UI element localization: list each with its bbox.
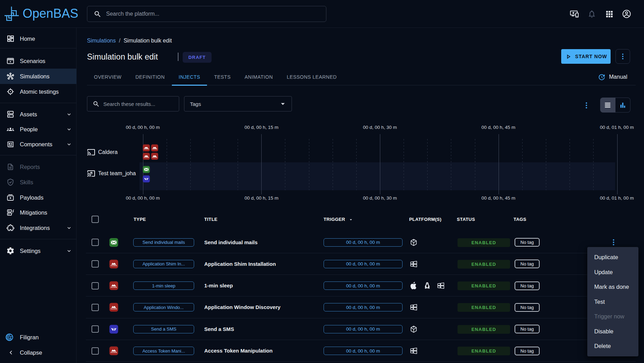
kebab-icon (619, 53, 627, 60)
inject-title[interactable]: Send a SMS (204, 318, 234, 340)
table-row[interactable]: 1-min sleep 1-min sleep 00 d, 00 h, 00 m… (86, 275, 636, 296)
timeline-inject-caldera[interactable] (151, 144, 158, 152)
inject-title[interactable]: Application Shim Installation (204, 253, 276, 275)
sidebar-item-label: Settings (20, 248, 41, 254)
menu-item-test[interactable]: Test (587, 294, 638, 309)
internal-platform-icon (410, 238, 418, 247)
important-devices-button[interactable] (570, 9, 579, 19)
inject-type-chip: Send individual mails (133, 238, 194, 247)
row-checkbox[interactable] (92, 239, 99, 246)
inject-title[interactable]: 1-min sleep (204, 275, 233, 296)
openbas-logo[interactable]: OpenBAS (3, 5, 78, 22)
timeline-lane-team: Test team_joha (87, 169, 139, 178)
tags-filter-label: Tags (190, 101, 278, 107)
status-badge: ENABLED (458, 260, 510, 269)
start-now-button[interactable]: START NOW (561, 49, 611, 64)
row-checkbox[interactable] (92, 282, 99, 289)
tab-injects[interactable]: INJECTS (172, 69, 207, 85)
sidebar-item-scenarios[interactable]: Scenarios (0, 53, 77, 69)
sidebar-brand-label: Filigran (20, 334, 39, 341)
tag-chip: No tag (515, 281, 540, 290)
trigger-chip: 00 d, 00 h, 00 m (324, 238, 403, 247)
sidebar-divider (0, 103, 77, 103)
row-menu-button[interactable] (609, 238, 618, 247)
inject-type-chip: Application Windo... (133, 303, 194, 311)
timeline-tick-bottom: 00 d, 00 h, 45 m (474, 195, 523, 201)
simulation-menu-button[interactable] (615, 49, 630, 64)
tab-definition[interactable]: DEFINITION (128, 69, 172, 85)
chevron-down-icon (66, 248, 72, 254)
timeline-inject-caldera[interactable] (143, 153, 150, 160)
sidebar-item-assets[interactable]: Assets (0, 107, 77, 122)
sidebar-item-reports[interactable]: Reports (0, 159, 77, 175)
apps-button[interactable] (604, 9, 614, 19)
top-bar: OpenBAS (0, 0, 644, 28)
sidebar-collapse[interactable]: Collapse (0, 345, 77, 360)
table-row[interactable]: Application Shim In... Application Shim … (86, 253, 636, 275)
inject-title[interactable]: Send individual mails (204, 232, 257, 253)
inject-title[interactable]: Access Token Manipulation (204, 340, 272, 362)
chart-view-button[interactable] (615, 98, 631, 113)
sidebar-item-payloads[interactable]: Payloads (0, 190, 77, 205)
tab-overview[interactable]: OVERVIEW (87, 69, 128, 85)
sidebar-item-mitigations[interactable]: Mitigations (0, 205, 77, 220)
row-checkbox[interactable] (92, 325, 99, 333)
table-row[interactable]: Application Windo... Application Window … (86, 296, 636, 318)
chevron-left-icon (7, 348, 15, 357)
menu-item-duplicate[interactable]: Duplicate (587, 250, 638, 265)
tag-chip: No tag (515, 238, 540, 247)
table-row[interactable]: Send a SMS Send a SMS 00 d, 00 h, 00 m E… (86, 318, 636, 340)
menu-item-disable[interactable]: Disable (587, 324, 638, 339)
tab-tests[interactable]: TESTS (207, 69, 238, 85)
inject-title[interactable]: Application Window Discovery (204, 296, 280, 318)
sort-arrow-icon[interactable] (348, 217, 353, 222)
select-all-checkbox[interactable] (92, 216, 99, 223)
status-badge: ENABLED (458, 347, 510, 355)
tab-lessons-learned[interactable]: LESSONS LEARNED (280, 69, 344, 85)
sidebar-item-simulations[interactable]: Simulations (0, 69, 77, 84)
timeline-inject-caldera[interactable] (143, 144, 150, 152)
shield-check-icon (6, 178, 15, 186)
results-search[interactable] (87, 96, 179, 111)
sidebar-item-settings[interactable]: Settings (0, 243, 77, 258)
menu-item-mark-as-done[interactable]: Mark as done (587, 279, 638, 294)
sidebar-footer-brand[interactable]: Filigran (0, 330, 77, 345)
platform-search[interactable] (87, 6, 326, 22)
view-toggle (600, 98, 630, 113)
breadcrumb-simulations-link[interactable]: Simulations (87, 38, 116, 44)
menu-item-update[interactable]: Update (587, 265, 638, 280)
tags-filter-select[interactable]: Tags (184, 96, 292, 111)
notifications-button[interactable] (587, 9, 597, 19)
sidebar-item-integrations[interactable]: Integrations (0, 220, 77, 235)
timeline-inject-caldera[interactable] (151, 153, 158, 160)
search-icon (94, 10, 102, 18)
update-clock-icon (598, 73, 606, 81)
tab-animation[interactable]: ANIMATION (238, 69, 280, 85)
timeline-inject-email[interactable] (143, 166, 150, 173)
row-checkbox[interactable] (92, 260, 99, 268)
menu-item-delete[interactable]: Delete (587, 339, 638, 354)
row-checkbox[interactable] (92, 304, 99, 311)
sidebar-item-components[interactable]: Components (0, 137, 77, 152)
list-view-button[interactable] (600, 98, 615, 113)
column-header-trigger[interactable]: TRIGGER (324, 213, 345, 226)
timeline-inject-sms[interactable] (143, 175, 150, 183)
table-row[interactable]: Access Token Mani... Access Token Manipu… (86, 340, 636, 362)
trigger-chip: 00 d, 00 h, 00 m (324, 303, 403, 311)
timeline-options-button[interactable] (582, 100, 590, 110)
account-button[interactable] (622, 9, 631, 19)
results-search-input[interactable] (103, 101, 173, 107)
row-checkbox[interactable] (92, 347, 99, 355)
caldera-icon (109, 303, 118, 312)
newspaper-icon (6, 140, 15, 148)
caldera-icon (109, 346, 118, 355)
table-row[interactable]: Send individual mails Send individual ma… (86, 232, 636, 253)
update-mode[interactable]: Manual (598, 69, 627, 85)
sidebar-item-people[interactable]: People (0, 122, 77, 137)
chevron-down-icon (66, 111, 72, 117)
sidebar-divider (0, 48, 77, 48)
sidebar-item-skills[interactable]: Skills (0, 175, 77, 190)
platform-search-input[interactable] (106, 11, 315, 17)
sidebar-item-home[interactable]: Home (0, 31, 77, 46)
sidebar-item-atomic-testings[interactable]: Atomic testings (0, 84, 77, 99)
